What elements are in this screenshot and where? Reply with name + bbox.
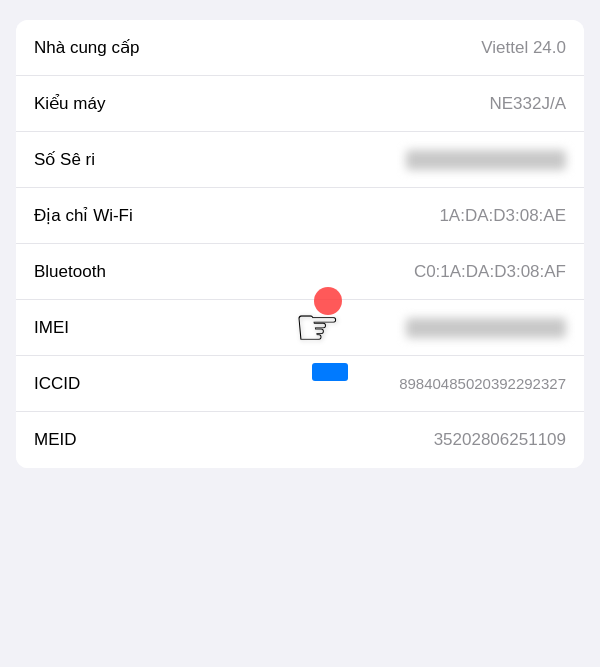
label-so-se-ri: Số Sê ri	[34, 149, 95, 170]
value-dia-chi-wifi: 1A:DA:D3:08:AE	[439, 206, 566, 226]
label-imei: IMEI	[34, 318, 69, 338]
info-list: Nhà cung cấp Viettel 24.0 Kiểu máy NE332…	[16, 20, 584, 468]
label-meid: MEID	[34, 430, 77, 450]
value-nha-cung-cap: Viettel 24.0	[481, 38, 566, 58]
label-kieu-may: Kiểu máy	[34, 93, 105, 114]
list-item-kieu-may: Kiểu máy NE332J/A	[16, 76, 584, 132]
value-so-se-ri	[406, 150, 566, 170]
value-iccid: 89840485020392292327	[399, 375, 566, 392]
value-bluetooth: C0:1A:DA:D3:08:AF	[414, 262, 566, 282]
list-item-bluetooth: Bluetooth C0:1A:DA:D3:08:AF	[16, 244, 584, 300]
label-iccid: ICCID	[34, 374, 80, 394]
label-nha-cung-cap: Nhà cung cấp	[34, 37, 139, 58]
label-dia-chi-wifi: Địa chỉ Wi-Fi	[34, 205, 133, 226]
value-imei	[406, 318, 566, 338]
list-item-nha-cung-cap: Nhà cung cấp Viettel 24.0	[16, 20, 584, 76]
value-meid: 35202806251109	[434, 430, 566, 450]
label-bluetooth: Bluetooth	[34, 262, 106, 282]
list-item-meid: MEID 35202806251109	[16, 412, 584, 468]
settings-page: Nhà cung cấp Viettel 24.0 Kiểu máy NE332…	[0, 0, 600, 667]
list-item-so-se-ri: Số Sê ri ☞	[16, 132, 584, 188]
value-kieu-may: NE332J/A	[489, 94, 566, 114]
list-item-dia-chi-wifi: Địa chỉ Wi-Fi 1A:DA:D3:08:AE	[16, 188, 584, 244]
list-item-iccid: ICCID 89840485020392292327	[16, 356, 584, 412]
list-item-imei: IMEI	[16, 300, 584, 356]
